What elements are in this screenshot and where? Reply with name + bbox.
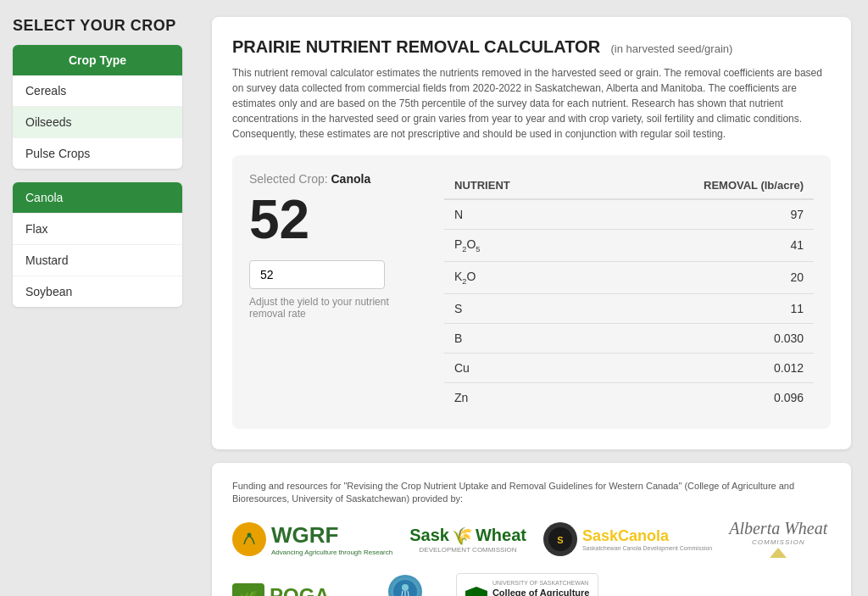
nutrients-section: NUTRIENT REMOVAL (lb/acre) N 97 P2O5 — [444, 172, 814, 412]
crop-category-pulse-crops[interactable]: Pulse Crops — [13, 138, 182, 169]
wheat-icon: 🌾 — [452, 526, 473, 546]
usask-textblock: UNIVERSITY OF SASKATCHEWAN College of Ag… — [492, 579, 590, 596]
logos-row-2: 🌿 POGA Prairie Oat Growers Association — [232, 573, 831, 596]
logo-albertawheat: Alberta Wheat COMMISSION — [729, 519, 827, 560]
crop-category-cereals[interactable]: Cereals — [13, 75, 182, 107]
nutrient-table: NUTRIENT REMOVAL (lb/acre) N 97 P2O5 — [444, 172, 814, 412]
poga-main: POGA — [270, 584, 353, 596]
yield-hint: Adjust the yield to your nutrient remova… — [249, 296, 419, 320]
selected-crop-label: Selected Crop: Canola — [249, 172, 419, 186]
inner-panel: Selected Crop: Canola 52 Adjust the yiel… — [232, 155, 831, 429]
table-row: P2O5 41 — [444, 230, 814, 262]
crop-sublist-wrapper: Canola Flax Mustard Soybean — [13, 182, 182, 307]
calculator-description: This nutrient removal calculator estimat… — [232, 65, 831, 142]
calculator-title: PRAIRIE NUTRIENT REMOVAL CALCULATOR — [232, 37, 600, 56]
logo-usask: U UNIVERSITY OF SASKATCHEWAN College of … — [456, 573, 599, 596]
crop-category-list: Cereals Oilseeds Pulse Crops — [13, 75, 182, 169]
crop-item-soybean[interactable]: Soybean — [13, 276, 182, 307]
wgrf-subtext: Advancing Agriculture through Research — [271, 549, 392, 556]
nutrient-name-p2o5: P2O5 — [444, 230, 587, 262]
main-content: PRAIRIE NUTRIENT REMOVAL CALCULATOR (in … — [195, 0, 868, 596]
svg-text:S: S — [557, 535, 563, 545]
nutrient-value-n: 97 — [587, 199, 814, 230]
nutrient-value-cu: 0.012 — [587, 353, 814, 382]
saskcanola-textblock: SaskCanola Saskatchewan Canola Developme… — [582, 527, 712, 551]
saskflax-icon — [388, 575, 422, 596]
nutrient-name-cu: Cu — [444, 353, 587, 382]
nutrient-name-s: S — [444, 293, 587, 323]
crop-item-canola[interactable]: Canola — [13, 182, 182, 214]
logos-row-1: WGRF Advancing Agriculture through Resea… — [232, 519, 831, 560]
usask-top: U UNIVERSITY OF SASKATCHEWAN College of … — [465, 579, 590, 596]
yield-section: Selected Crop: Canola 52 Adjust the yiel… — [249, 172, 419, 412]
table-row: S 11 — [444, 293, 814, 323]
saskwheat-text: Sask 🌾 Wheat — [409, 526, 526, 546]
calculator-card: PRAIRIE NUTRIENT REMOVAL CALCULATOR (in … — [212, 17, 851, 449]
nutrient-value-p2o5: 41 — [587, 230, 814, 262]
nutrient-name-b: B — [444, 323, 587, 353]
poga-textblock: POGA Prairie Oat Growers Association — [270, 584, 353, 596]
selected-crop-name: Canola — [331, 172, 371, 186]
svg-marker-6 — [465, 587, 487, 596]
nutrient-value-s: 11 — [587, 293, 814, 323]
removal-col-header: REMOVAL (lb/acre) — [587, 172, 814, 199]
nutrient-name-n: N — [444, 199, 587, 230]
nutrient-value-zn: 0.096 — [587, 382, 814, 412]
albertawheat-main: Alberta Wheat — [729, 519, 827, 538]
poga-icon: 🌿 — [232, 583, 264, 596]
logo-saskflax: SaskFlax — [379, 575, 431, 596]
crop-type-panel: Crop Type Cereals Oilseeds Pulse Crops — [13, 45, 182, 169]
table-row: Zn 0.096 — [444, 382, 814, 412]
saskcanola-main: SaskCanola — [582, 527, 712, 545]
crop-type-header: Crop Type — [13, 45, 182, 75]
sidebar: SELECT YOUR CROP Crop Type Cereals Oilse… — [0, 0, 195, 596]
calculator-header: PRAIRIE NUTRIENT REMOVAL CALCULATOR (in … — [232, 37, 831, 57]
saskcanola-sub: Saskatchewan Canola Development Commissi… — [582, 545, 712, 551]
svg-point-1 — [248, 533, 252, 538]
usask-college: College of Agricultureand Bioresources — [492, 587, 590, 596]
canola-icon: S — [543, 522, 577, 556]
footer-funding-text: Funding and resources for "Revising the … — [232, 480, 831, 506]
nutrient-value-b: 0.030 — [587, 323, 814, 353]
crop-item-flax[interactable]: Flax — [13, 214, 182, 245]
table-row: B 0.030 — [444, 323, 814, 353]
footer-section: Funding and resources for "Revising the … — [212, 463, 851, 596]
yield-input[interactable] — [249, 260, 385, 289]
nutrient-col-header: NUTRIENT — [444, 172, 587, 199]
wgrf-icon — [232, 522, 266, 556]
table-row: N 97 — [444, 199, 814, 230]
calculator-subtitle: (in harvested seed/grain) — [611, 42, 733, 55]
table-row: K2O 20 — [444, 261, 814, 293]
logo-saskcanola: S SaskCanola Saskatchewan Canola Develop… — [543, 522, 712, 556]
table-row: Cu 0.012 — [444, 353, 814, 382]
nutrient-name-k2o: K2O — [444, 261, 587, 293]
wgrf-text: WGRF — [271, 522, 392, 549]
yield-display: 52 — [249, 192, 419, 247]
logo-saskwheat: Sask 🌾 Wheat DEVELOPMENT COMMISSION — [409, 526, 526, 554]
crop-sublist: Canola Flax Mustard Soybean — [13, 182, 182, 307]
nutrient-name-zn: Zn — [444, 382, 587, 412]
nutrient-value-k2o: 20 — [587, 261, 814, 293]
sidebar-title: SELECT YOUR CROP — [13, 17, 182, 35]
logo-wgrf: WGRF Advancing Agriculture through Resea… — [232, 522, 392, 556]
albertawheat-sub: COMMISSION — [752, 538, 804, 546]
saskwheat-sub: DEVELOPMENT COMMISSION — [420, 546, 517, 554]
svg-point-0 — [238, 528, 260, 550]
logo-poga: 🌿 POGA Prairie Oat Growers Association — [232, 583, 353, 596]
crop-item-mustard[interactable]: Mustard — [13, 245, 182, 276]
crop-category-oilseeds[interactable]: Oilseeds — [13, 107, 182, 138]
svg-point-5 — [402, 584, 409, 591]
